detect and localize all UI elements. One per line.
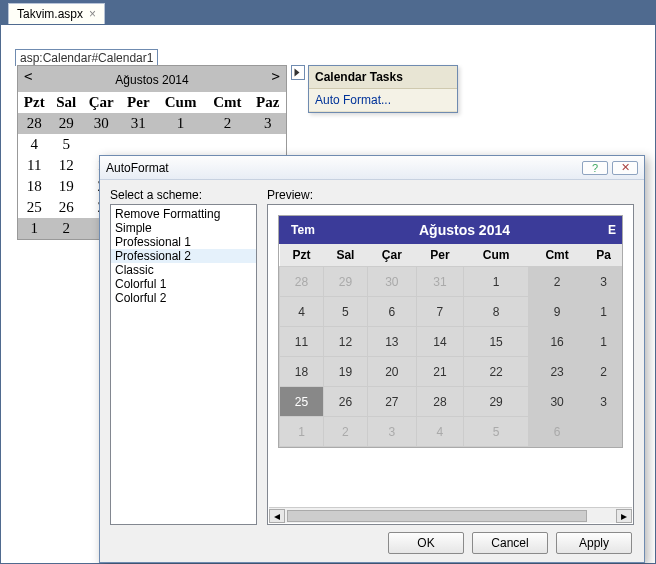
preview-day-cell[interactable]: 13 bbox=[367, 327, 416, 357]
designer-surface[interactable]: asp:Calendar#Calendar1 < Ağustos 2014 > … bbox=[0, 24, 656, 564]
preview-day-cell[interactable]: 2 bbox=[529, 267, 586, 297]
preview-day-cell[interactable]: 31 bbox=[416, 267, 463, 297]
calendar-day-cell[interactable]: 2 bbox=[51, 218, 82, 239]
calendar-nav-prev[interactable]: < bbox=[24, 68, 32, 84]
preview-day-cell[interactable]: 29 bbox=[323, 267, 367, 297]
preview-day-cell[interactable]: 2 bbox=[586, 357, 622, 387]
preview-day-cell[interactable]: 22 bbox=[464, 357, 529, 387]
preview-day-cell[interactable]: 16 bbox=[529, 327, 586, 357]
preview-day-cell[interactable]: 9 bbox=[529, 297, 586, 327]
preview-day-cell[interactable]: 1 bbox=[586, 297, 622, 327]
preview-nav-prev[interactable]: Tem bbox=[279, 223, 327, 237]
ok-button[interactable]: OK bbox=[388, 532, 464, 554]
apply-button[interactable]: Apply bbox=[556, 532, 632, 554]
scroll-thumb[interactable] bbox=[287, 510, 587, 522]
preview-day-cell[interactable]: 28 bbox=[416, 387, 463, 417]
calendar-nav-next[interactable]: > bbox=[272, 68, 280, 84]
calendar-day-header: Sal bbox=[51, 92, 82, 113]
smart-tag-glyph[interactable] bbox=[291, 65, 305, 80]
tab-takvim[interactable]: Takvim.aspx × bbox=[8, 3, 105, 24]
calendar-day-cell[interactable]: 12 bbox=[51, 155, 82, 176]
scroll-left-icon[interactable]: ◂ bbox=[269, 509, 285, 523]
scheme-option[interactable]: Colorful 1 bbox=[111, 277, 256, 291]
preview-day-cell[interactable]: 26 bbox=[323, 387, 367, 417]
preview-day-cell[interactable]: 15 bbox=[464, 327, 529, 357]
preview-day-cell[interactable]: 11 bbox=[280, 327, 324, 357]
preview-day-cell[interactable]: 3 bbox=[586, 387, 622, 417]
preview-day-header: Cmt bbox=[529, 244, 586, 267]
preview-day-cell[interactable]: 5 bbox=[323, 297, 367, 327]
preview-day-cell[interactable]: 20 bbox=[367, 357, 416, 387]
preview-day-cell[interactable]: 30 bbox=[529, 387, 586, 417]
preview-day-cell[interactable]: 23 bbox=[529, 357, 586, 387]
preview-day-cell[interactable]: 1 bbox=[586, 327, 622, 357]
close-icon[interactable]: ✕ bbox=[612, 161, 638, 175]
preview-day-cell[interactable]: 29 bbox=[464, 387, 529, 417]
preview-day-cell[interactable]: 30 bbox=[367, 267, 416, 297]
preview-day-cell[interactable]: 2 bbox=[323, 417, 367, 447]
calendar-day-cell[interactable] bbox=[156, 134, 205, 155]
preview-day-cell[interactable]: 6 bbox=[529, 417, 586, 447]
calendar-day-cell[interactable] bbox=[205, 134, 249, 155]
preview-day-cell[interactable]: 4 bbox=[280, 297, 324, 327]
calendar-day-header: Pzt bbox=[18, 92, 51, 113]
calendar-day-cell[interactable]: 28 bbox=[18, 113, 51, 134]
preview-day-cell[interactable]: 21 bbox=[416, 357, 463, 387]
calendar-day-cell[interactable] bbox=[121, 134, 156, 155]
smart-tag-item[interactable]: Auto Format... bbox=[309, 89, 457, 112]
preview-nav-next[interactable]: E bbox=[602, 223, 622, 237]
preview-hscrollbar[interactable]: ◂ ▸ bbox=[269, 507, 632, 523]
calendar-day-header: Paz bbox=[250, 92, 286, 113]
scheme-option[interactable]: Classic bbox=[111, 263, 256, 277]
preview-day-cell[interactable]: 25 bbox=[280, 387, 324, 417]
tab-label: Takvim.aspx bbox=[17, 7, 83, 21]
preview-day-cell[interactable]: 5 bbox=[464, 417, 529, 447]
preview-day-cell[interactable]: 7 bbox=[416, 297, 463, 327]
calendar-day-cell[interactable]: 2 bbox=[205, 113, 249, 134]
preview-day-cell[interactable]: 1 bbox=[280, 417, 324, 447]
preview-day-header: Sal bbox=[323, 244, 367, 267]
preview-day-cell[interactable]: 12 bbox=[323, 327, 367, 357]
scheme-listbox[interactable]: Remove FormattingSimpleProfessional 1Pro… bbox=[110, 204, 257, 525]
dialog-titlebar[interactable]: AutoFormat ? ✕ bbox=[100, 156, 644, 180]
calendar-day-cell[interactable] bbox=[250, 134, 286, 155]
scheme-option[interactable]: Colorful 2 bbox=[111, 291, 256, 305]
preview-day-cell[interactable]: 3 bbox=[367, 417, 416, 447]
calendar-day-cell[interactable]: 29 bbox=[51, 113, 82, 134]
preview-day-cell[interactable] bbox=[586, 417, 622, 447]
calendar-day-cell[interactable]: 1 bbox=[18, 218, 51, 239]
calendar-day-cell[interactable]: 25 bbox=[18, 197, 51, 218]
cancel-button[interactable]: Cancel bbox=[472, 532, 548, 554]
calendar-day-cell[interactable]: 26 bbox=[51, 197, 82, 218]
preview-day-cell[interactable]: 4 bbox=[416, 417, 463, 447]
calendar-day-cell[interactable]: 3 bbox=[250, 113, 286, 134]
preview-day-cell[interactable]: 1 bbox=[464, 267, 529, 297]
preview-day-header: Çar bbox=[367, 244, 416, 267]
scheme-option[interactable]: Simple bbox=[111, 221, 256, 235]
calendar-day-cell[interactable]: 5 bbox=[51, 134, 82, 155]
preview-day-cell[interactable]: 14 bbox=[416, 327, 463, 357]
preview-day-cell[interactable]: 28 bbox=[280, 267, 324, 297]
scheme-option[interactable]: Professional 1 bbox=[111, 235, 256, 249]
calendar-day-cell[interactable]: 1 bbox=[156, 113, 205, 134]
help-icon[interactable]: ? bbox=[582, 161, 608, 175]
preview-day-cell[interactable]: 19 bbox=[323, 357, 367, 387]
calendar-day-cell[interactable]: 18 bbox=[18, 176, 51, 197]
scroll-right-icon[interactable]: ▸ bbox=[616, 509, 632, 523]
calendar-day-cell[interactable] bbox=[82, 134, 121, 155]
preview-day-cell[interactable]: 3 bbox=[586, 267, 622, 297]
preview-day-cell[interactable]: 18 bbox=[280, 357, 324, 387]
preview-day-header: Per bbox=[416, 244, 463, 267]
calendar-day-cell[interactable]: 19 bbox=[51, 176, 82, 197]
preview-day-cell[interactable]: 8 bbox=[464, 297, 529, 327]
preview-day-cell[interactable]: 27 bbox=[367, 387, 416, 417]
scheme-option[interactable]: Remove Formatting bbox=[111, 207, 256, 221]
close-icon[interactable]: × bbox=[89, 7, 96, 21]
selection-tag: asp:Calendar#Calendar1 bbox=[15, 49, 158, 66]
preview-day-cell[interactable]: 6 bbox=[367, 297, 416, 327]
calendar-day-cell[interactable]: 4 bbox=[18, 134, 51, 155]
calendar-day-cell[interactable]: 11 bbox=[18, 155, 51, 176]
calendar-day-cell[interactable]: 30 bbox=[82, 113, 121, 134]
calendar-day-cell[interactable]: 31 bbox=[121, 113, 156, 134]
scheme-option[interactable]: Professional 2 bbox=[111, 249, 256, 263]
